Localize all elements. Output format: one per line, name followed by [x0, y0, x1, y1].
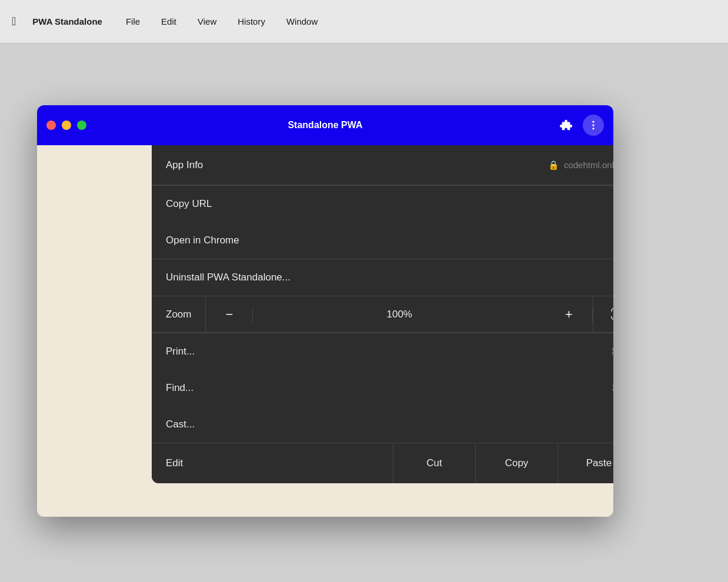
- app-info-right: 🔒 codehtml.online: [548, 160, 613, 170]
- app-info-label: App Info: [166, 159, 203, 171]
- copy-url-item[interactable]: Copy URL: [152, 186, 613, 222]
- uninstall-section: Uninstall PWA Standalone...: [152, 259, 613, 296]
- find-label: Find...: [166, 382, 193, 394]
- zoom-row: Zoom − 100% + ⛶: [152, 296, 613, 333]
- traffic-lights: [46, 121, 86, 130]
- zoom-plus-icon: +: [565, 307, 573, 322]
- print-label: Print...: [166, 346, 195, 357]
- dots-icon: [587, 119, 599, 131]
- desktop: Standalone PWA: [0, 44, 728, 582]
- find-shortcut: ⌘F: [612, 383, 613, 393]
- copy-label: Copy: [505, 457, 529, 469]
- dropdown-menu: App Info 🔒 codehtml.online Copy URL Open…: [152, 145, 613, 483]
- close-button[interactable]: [46, 121, 56, 130]
- find-item[interactable]: Find... ⌘F: [152, 370, 613, 406]
- minimize-button[interactable]: [62, 121, 71, 130]
- paste-button[interactable]: Paste: [557, 443, 613, 483]
- zoom-controls: − 100% +: [206, 307, 593, 322]
- menubar:  PWA Standalone File Edit View History …: [0, 0, 728, 44]
- more-options-button[interactable]: [583, 115, 604, 136]
- titlebar-actions: [556, 115, 604, 136]
- uninstall-label: Uninstall PWA Standalone...: [166, 272, 290, 283]
- print-right: ⌘P: [611, 346, 613, 357]
- cast-label: Cast...: [166, 419, 195, 430]
- paste-label: Paste: [586, 457, 612, 469]
- menu-history[interactable]: History: [235, 15, 268, 28]
- menu-edit[interactable]: Edit: [159, 15, 179, 28]
- zoom-section: Zoom − 100% + ⛶: [152, 296, 613, 333]
- zoom-label: Zoom: [152, 309, 205, 320]
- puzzle-icon: [560, 119, 573, 132]
- browser-content: App Info 🔒 codehtml.online Copy URL Open…: [37, 145, 613, 517]
- uninstall-item[interactable]: Uninstall PWA Standalone...: [152, 259, 613, 296]
- open-chrome-label: Open in Chrome: [166, 235, 239, 246]
- print-shortcut: ⌘P: [611, 346, 613, 357]
- titlebar: Standalone PWA: [37, 105, 613, 145]
- maximize-button[interactable]: [77, 121, 86, 130]
- copy-url-label: Copy URL: [166, 198, 212, 210]
- cut-label: Cut: [426, 457, 442, 469]
- zoom-value: 100%: [253, 309, 546, 320]
- zoom-minus-icon: −: [226, 307, 233, 322]
- svg-point-2: [592, 128, 594, 129]
- find-right: ⌘F: [612, 383, 613, 393]
- copy-button[interactable]: Copy: [475, 443, 557, 483]
- open-chrome-item[interactable]: Open in Chrome: [152, 222, 613, 259]
- app-info-row[interactable]: App Info 🔒 codehtml.online: [152, 145, 613, 185]
- browser-window: Standalone PWA: [37, 105, 613, 517]
- menu-file[interactable]: File: [123, 15, 142, 28]
- lock-icon: 🔒: [548, 160, 559, 170]
- fullscreen-icon: ⛶: [610, 307, 614, 322]
- cut-button[interactable]: Cut: [393, 443, 475, 483]
- apple-menu-icon[interactable]: : [12, 15, 16, 28]
- svg-point-0: [592, 121, 594, 123]
- zoom-out-button[interactable]: −: [206, 307, 253, 322]
- edit-label: Edit: [152, 457, 393, 469]
- menu-view[interactable]: View: [195, 15, 219, 28]
- app-name: PWA Standalone: [32, 16, 102, 26]
- app-info-section: App Info 🔒 codehtml.online: [152, 145, 613, 186]
- menu-window[interactable]: Window: [284, 15, 320, 28]
- window-title: Standalone PWA: [46, 120, 604, 131]
- fullscreen-button[interactable]: ⛶: [593, 296, 613, 332]
- extensions-button[interactable]: [556, 115, 577, 136]
- zoom-in-button[interactable]: +: [546, 307, 593, 322]
- url-section: Copy URL Open in Chrome: [152, 186, 613, 259]
- svg-point-1: [592, 124, 594, 126]
- cast-item[interactable]: Cast...: [152, 406, 613, 443]
- edit-row: Edit Cut Copy Paste: [152, 443, 613, 483]
- app-info-url: codehtml.online: [564, 160, 613, 170]
- print-section: Print... ⌘P Find... ⌘F Cast...: [152, 333, 613, 443]
- print-item[interactable]: Print... ⌘P: [152, 333, 613, 370]
